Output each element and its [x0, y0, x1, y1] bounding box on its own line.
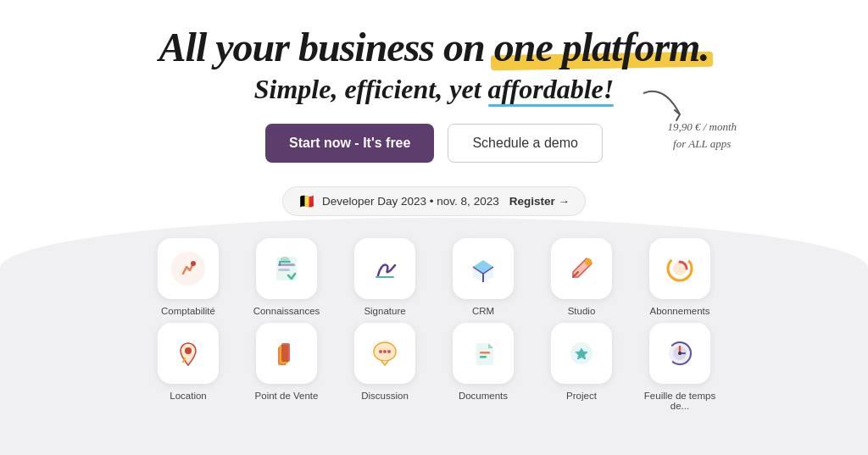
- svg-rect-11: [281, 343, 290, 362]
- start-now-button[interactable]: Start now - It's free: [265, 124, 434, 163]
- belgium-flag-icon: 🇧🇪: [298, 193, 315, 209]
- price-note: 19,90 € / monthfor ALL apps: [667, 119, 737, 152]
- svg-rect-4: [278, 269, 290, 271]
- app-icon-box-comptabilite: [158, 238, 219, 299]
- svg-point-5: [585, 258, 592, 265]
- hero-section: All your business on one platform. Simpl…: [0, 0, 868, 163]
- app-crm[interactable]: CRM: [441, 238, 526, 316]
- app-icon-box-crm: [453, 238, 514, 299]
- app-icon-box-connaissances: [256, 238, 317, 299]
- app-discussion[interactable]: Discussion: [342, 323, 427, 411]
- app-label-signature: Signature: [364, 306, 405, 316]
- app-icon-box-studio: [551, 238, 612, 299]
- app-studio[interactable]: Studio: [539, 238, 624, 316]
- app-icon-box-point-de-vente: [256, 323, 317, 384]
- svg-rect-16: [480, 352, 490, 354]
- register-link[interactable]: Register →: [509, 195, 570, 208]
- svg-point-1: [191, 261, 196, 266]
- apps-row-2: Location Point de Vente: [139, 319, 729, 414]
- app-icon-box-documents: [453, 323, 514, 384]
- app-abonnements[interactable]: Abonnements: [637, 238, 722, 316]
- svg-rect-3: [278, 264, 295, 266]
- main-heading: All your business on one platform.: [0, 24, 868, 70]
- app-comptabilite[interactable]: Comptabilité: [146, 238, 231, 316]
- app-documents[interactable]: Documents: [441, 323, 526, 411]
- event-text: Developer Day 2023 • nov. 8, 2023: [322, 195, 499, 208]
- app-project[interactable]: Project: [539, 323, 624, 411]
- app-icon-box-abonnements: [649, 238, 710, 299]
- app-label-project: Project: [566, 391, 597, 401]
- cta-section: Start now - It's free Schedule a demo: [0, 124, 868, 163]
- app-label-point-de-vente: Point de Vente: [255, 391, 319, 401]
- svg-point-14: [383, 350, 387, 353]
- svg-point-8: [185, 347, 192, 354]
- app-icon-box-location: [158, 323, 219, 384]
- app-label-documents: Documents: [459, 391, 508, 401]
- schedule-demo-button[interactable]: Schedule a demo: [448, 124, 603, 163]
- apps-row-1: Comptabilité Connaissances: [139, 235, 729, 319]
- banner-pill: 🇧🇪 Developer Day 2023 • nov. 8, 2023 Reg…: [282, 186, 586, 216]
- svg-point-22: [678, 352, 682, 355]
- app-label-connaissances: Connaissances: [253, 306, 320, 316]
- svg-point-13: [379, 350, 382, 353]
- heading-start: All your business on: [159, 25, 494, 69]
- app-label-crm: CRM: [472, 306, 494, 316]
- app-feuille-temps[interactable]: Feuille de temps de...: [637, 323, 722, 411]
- app-signature[interactable]: Signature: [342, 238, 427, 316]
- app-icon-box-feuille-temps: [649, 323, 710, 384]
- app-icon-box-discussion: [354, 323, 415, 384]
- apps-grid: Comptabilité Connaissances: [0, 235, 868, 414]
- app-label-abonnements: Abonnements: [650, 306, 710, 316]
- app-label-comptabilite: Comptabilité: [161, 306, 215, 316]
- app-label-feuille-temps: Feuille de temps de...: [637, 391, 722, 411]
- heading-highlight: one platform.: [494, 24, 709, 70]
- svg-point-15: [387, 350, 391, 353]
- app-label-studio: Studio: [568, 306, 596, 316]
- app-connaissances[interactable]: Connaissances: [244, 238, 329, 316]
- subheading-highlight: affordable!: [488, 74, 615, 105]
- subheading-start: Simple, efficient, yet: [254, 74, 488, 104]
- developer-day-banner: 🇧🇪 Developer Day 2023 • nov. 8, 2023 Reg…: [0, 186, 868, 216]
- app-label-discussion: Discussion: [361, 391, 409, 401]
- svg-rect-17: [480, 356, 487, 358]
- app-label-location: Location: [170, 391, 206, 401]
- app-icon-box-signature: [354, 238, 415, 299]
- sub-heading: Simple, efficient, yet affordable!: [254, 74, 615, 105]
- app-icon-box-project: [551, 323, 612, 384]
- app-point-de-vente[interactable]: Point de Vente: [244, 323, 329, 411]
- app-location[interactable]: Location: [146, 323, 231, 411]
